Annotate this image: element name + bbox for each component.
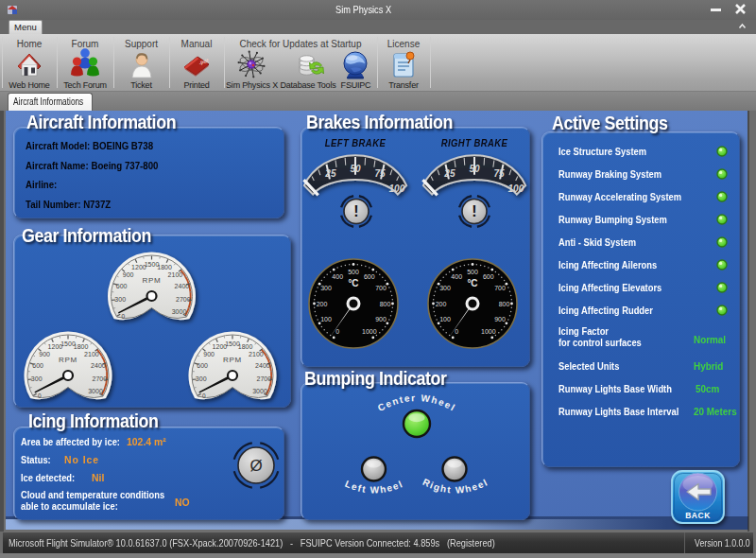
svg-text:75: 75 <box>375 168 387 179</box>
svg-text:1800: 1800 <box>238 343 253 350</box>
svg-text:100: 100 <box>389 183 405 194</box>
svg-text:0: 0 <box>38 392 42 399</box>
svg-text:RPM: RPM <box>59 356 77 364</box>
svg-text:25: 25 <box>324 168 336 179</box>
svg-text:500: 500 <box>348 269 359 275</box>
svg-text:100: 100 <box>320 316 332 323</box>
svg-text:800: 800 <box>380 301 391 307</box>
svg-text:200: 200 <box>436 301 447 307</box>
svg-text:75: 75 <box>494 168 506 179</box>
svg-text:2700: 2700 <box>257 375 272 382</box>
svg-text:1800: 1800 <box>157 264 172 270</box>
svg-text:600: 600 <box>32 362 43 369</box>
svg-text:°C: °C <box>348 278 358 288</box>
svg-text:600: 600 <box>483 273 494 280</box>
svg-text:900: 900 <box>494 316 506 323</box>
svg-text:°C: °C <box>467 278 477 288</box>
svg-text:!: ! <box>472 203 476 219</box>
svg-text:300: 300 <box>320 285 332 291</box>
svg-text:300: 300 <box>114 296 126 303</box>
svg-text:RPM: RPM <box>142 276 161 285</box>
svg-text:900: 900 <box>203 351 215 357</box>
svg-text:700: 700 <box>375 285 387 291</box>
svg-text:2700: 2700 <box>176 296 191 303</box>
svg-text:300: 300 <box>31 375 43 382</box>
svg-text:400: 400 <box>451 273 462 280</box>
svg-text:900: 900 <box>375 316 387 323</box>
svg-text:200: 200 <box>317 301 328 307</box>
svg-text:2400: 2400 <box>255 362 270 369</box>
svg-text:1000: 1000 <box>481 328 496 335</box>
svg-text:BACK: BACK <box>685 511 711 520</box>
svg-text:700: 700 <box>494 285 506 291</box>
svg-text:100: 100 <box>508 183 524 194</box>
svg-text:Ø: Ø <box>249 457 262 475</box>
svg-text:800: 800 <box>499 301 510 307</box>
svg-text:50: 50 <box>350 164 361 174</box>
svg-text:2400: 2400 <box>91 362 106 369</box>
svg-text:1800: 1800 <box>74 343 89 350</box>
svg-text:0: 0 <box>335 328 339 335</box>
svg-text:600: 600 <box>364 273 375 280</box>
svg-text:300: 300 <box>196 375 207 382</box>
svg-text:25: 25 <box>443 168 455 179</box>
svg-text:2100: 2100 <box>168 271 183 278</box>
svg-text:!: ! <box>353 203 358 219</box>
svg-text:900: 900 <box>39 351 50 357</box>
svg-text:0: 0 <box>121 313 125 320</box>
svg-text:2100: 2100 <box>84 351 99 357</box>
svg-text:600: 600 <box>197 362 208 369</box>
svg-text:900: 900 <box>123 271 134 278</box>
svg-text:100: 100 <box>439 316 451 323</box>
svg-text:300: 300 <box>439 285 451 291</box>
svg-text:0: 0 <box>202 392 206 399</box>
svg-text:3000: 3000 <box>172 308 187 315</box>
svg-text:RPM: RPM <box>223 356 242 364</box>
svg-text:3000: 3000 <box>252 388 267 394</box>
svg-text:600: 600 <box>116 283 128 289</box>
svg-text:2100: 2100 <box>249 351 264 357</box>
svg-text:3000: 3000 <box>88 388 103 394</box>
svg-text:0: 0 <box>455 328 458 335</box>
svg-text:500: 500 <box>467 269 478 275</box>
svg-text:400: 400 <box>332 273 343 280</box>
svg-text:1000: 1000 <box>362 328 377 335</box>
svg-text:2700: 2700 <box>93 375 108 382</box>
svg-text:2400: 2400 <box>175 283 190 289</box>
svg-text:50: 50 <box>469 164 480 174</box>
